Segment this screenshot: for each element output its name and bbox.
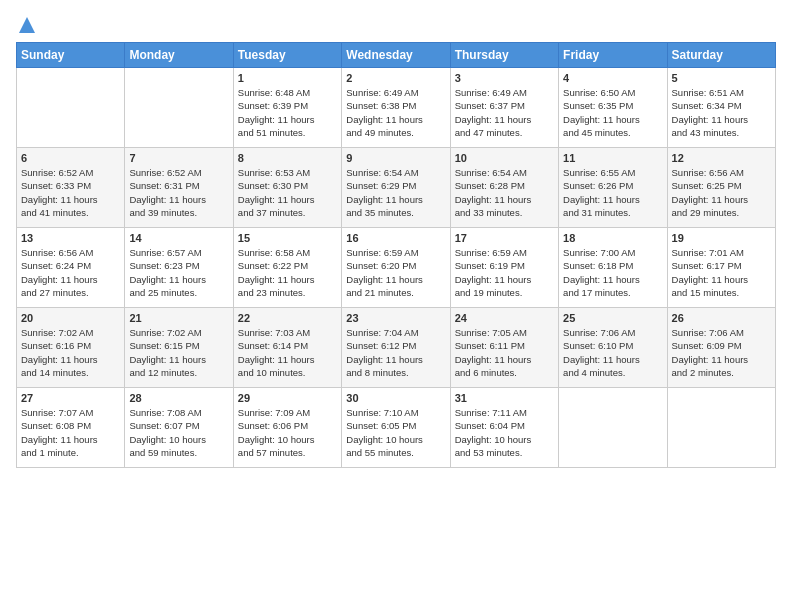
day-number: 7 — [129, 152, 228, 164]
calendar-row: 20Sunrise: 7:02 AM Sunset: 6:16 PM Dayli… — [17, 308, 776, 388]
calendar-cell — [17, 68, 125, 148]
day-number: 15 — [238, 232, 337, 244]
day-info: Sunrise: 7:06 AM Sunset: 6:09 PM Dayligh… — [672, 326, 771, 379]
day-header: Sunday — [17, 43, 125, 68]
calendar-cell: 10Sunrise: 6:54 AM Sunset: 6:28 PM Dayli… — [450, 148, 558, 228]
logo-icon — [18, 16, 36, 34]
logo — [16, 16, 36, 34]
day-info: Sunrise: 7:06 AM Sunset: 6:10 PM Dayligh… — [563, 326, 662, 379]
day-number: 25 — [563, 312, 662, 324]
day-number: 14 — [129, 232, 228, 244]
calendar-cell: 6Sunrise: 6:52 AM Sunset: 6:33 PM Daylig… — [17, 148, 125, 228]
day-number: 20 — [21, 312, 120, 324]
calendar-cell — [125, 68, 233, 148]
day-number: 8 — [238, 152, 337, 164]
calendar-cell: 13Sunrise: 6:56 AM Sunset: 6:24 PM Dayli… — [17, 228, 125, 308]
calendar-cell — [667, 388, 775, 468]
calendar-cell: 19Sunrise: 7:01 AM Sunset: 6:17 PM Dayli… — [667, 228, 775, 308]
calendar-cell: 16Sunrise: 6:59 AM Sunset: 6:20 PM Dayli… — [342, 228, 450, 308]
page-header — [16, 16, 776, 34]
calendar-row: 27Sunrise: 7:07 AM Sunset: 6:08 PM Dayli… — [17, 388, 776, 468]
day-number: 2 — [346, 72, 445, 84]
day-info: Sunrise: 6:59 AM Sunset: 6:19 PM Dayligh… — [455, 246, 554, 299]
day-number: 31 — [455, 392, 554, 404]
calendar-cell: 4Sunrise: 6:50 AM Sunset: 6:35 PM Daylig… — [559, 68, 667, 148]
day-info: Sunrise: 7:10 AM Sunset: 6:05 PM Dayligh… — [346, 406, 445, 459]
calendar-cell: 23Sunrise: 7:04 AM Sunset: 6:12 PM Dayli… — [342, 308, 450, 388]
day-info: Sunrise: 7:03 AM Sunset: 6:14 PM Dayligh… — [238, 326, 337, 379]
day-number: 17 — [455, 232, 554, 244]
calendar-cell: 18Sunrise: 7:00 AM Sunset: 6:18 PM Dayli… — [559, 228, 667, 308]
day-number: 22 — [238, 312, 337, 324]
calendar-row: 6Sunrise: 6:52 AM Sunset: 6:33 PM Daylig… — [17, 148, 776, 228]
calendar-row: 1Sunrise: 6:48 AM Sunset: 6:39 PM Daylig… — [17, 68, 776, 148]
calendar-cell: 3Sunrise: 6:49 AM Sunset: 6:37 PM Daylig… — [450, 68, 558, 148]
calendar-row: 13Sunrise: 6:56 AM Sunset: 6:24 PM Dayli… — [17, 228, 776, 308]
day-number: 28 — [129, 392, 228, 404]
calendar-cell: 14Sunrise: 6:57 AM Sunset: 6:23 PM Dayli… — [125, 228, 233, 308]
calendar-cell: 27Sunrise: 7:07 AM Sunset: 6:08 PM Dayli… — [17, 388, 125, 468]
day-info: Sunrise: 6:58 AM Sunset: 6:22 PM Dayligh… — [238, 246, 337, 299]
day-number: 21 — [129, 312, 228, 324]
day-header: Friday — [559, 43, 667, 68]
day-info: Sunrise: 7:01 AM Sunset: 6:17 PM Dayligh… — [672, 246, 771, 299]
day-info: Sunrise: 6:55 AM Sunset: 6:26 PM Dayligh… — [563, 166, 662, 219]
svg-marker-0 — [19, 17, 35, 33]
day-number: 11 — [563, 152, 662, 164]
day-info: Sunrise: 6:49 AM Sunset: 6:37 PM Dayligh… — [455, 86, 554, 139]
day-info: Sunrise: 6:59 AM Sunset: 6:20 PM Dayligh… — [346, 246, 445, 299]
day-number: 1 — [238, 72, 337, 84]
day-number: 23 — [346, 312, 445, 324]
calendar-cell: 1Sunrise: 6:48 AM Sunset: 6:39 PM Daylig… — [233, 68, 341, 148]
day-number: 30 — [346, 392, 445, 404]
day-header: Saturday — [667, 43, 775, 68]
calendar-cell: 5Sunrise: 6:51 AM Sunset: 6:34 PM Daylig… — [667, 68, 775, 148]
day-info: Sunrise: 6:53 AM Sunset: 6:30 PM Dayligh… — [238, 166, 337, 219]
day-info: Sunrise: 7:09 AM Sunset: 6:06 PM Dayligh… — [238, 406, 337, 459]
day-info: Sunrise: 6:56 AM Sunset: 6:25 PM Dayligh… — [672, 166, 771, 219]
day-info: Sunrise: 6:54 AM Sunset: 6:28 PM Dayligh… — [455, 166, 554, 219]
calendar-table: SundayMondayTuesdayWednesdayThursdayFrid… — [16, 42, 776, 468]
day-number: 26 — [672, 312, 771, 324]
calendar-cell: 8Sunrise: 6:53 AM Sunset: 6:30 PM Daylig… — [233, 148, 341, 228]
day-number: 4 — [563, 72, 662, 84]
day-info: Sunrise: 7:02 AM Sunset: 6:15 PM Dayligh… — [129, 326, 228, 379]
day-number: 19 — [672, 232, 771, 244]
calendar-cell: 20Sunrise: 7:02 AM Sunset: 6:16 PM Dayli… — [17, 308, 125, 388]
day-number: 12 — [672, 152, 771, 164]
calendar-cell: 28Sunrise: 7:08 AM Sunset: 6:07 PM Dayli… — [125, 388, 233, 468]
day-number: 10 — [455, 152, 554, 164]
calendar-cell: 24Sunrise: 7:05 AM Sunset: 6:11 PM Dayli… — [450, 308, 558, 388]
day-info: Sunrise: 6:49 AM Sunset: 6:38 PM Dayligh… — [346, 86, 445, 139]
calendar-cell: 2Sunrise: 6:49 AM Sunset: 6:38 PM Daylig… — [342, 68, 450, 148]
day-number: 13 — [21, 232, 120, 244]
day-info: Sunrise: 6:51 AM Sunset: 6:34 PM Dayligh… — [672, 86, 771, 139]
day-header: Tuesday — [233, 43, 341, 68]
day-info: Sunrise: 7:07 AM Sunset: 6:08 PM Dayligh… — [21, 406, 120, 459]
day-info: Sunrise: 7:05 AM Sunset: 6:11 PM Dayligh… — [455, 326, 554, 379]
calendar-cell: 22Sunrise: 7:03 AM Sunset: 6:14 PM Dayli… — [233, 308, 341, 388]
day-number: 3 — [455, 72, 554, 84]
day-header: Monday — [125, 43, 233, 68]
day-header: Wednesday — [342, 43, 450, 68]
day-number: 18 — [563, 232, 662, 244]
day-info: Sunrise: 7:02 AM Sunset: 6:16 PM Dayligh… — [21, 326, 120, 379]
day-number: 5 — [672, 72, 771, 84]
calendar-cell: 15Sunrise: 6:58 AM Sunset: 6:22 PM Dayli… — [233, 228, 341, 308]
day-info: Sunrise: 6:57 AM Sunset: 6:23 PM Dayligh… — [129, 246, 228, 299]
day-info: Sunrise: 6:54 AM Sunset: 6:29 PM Dayligh… — [346, 166, 445, 219]
calendar-cell: 29Sunrise: 7:09 AM Sunset: 6:06 PM Dayli… — [233, 388, 341, 468]
day-number: 16 — [346, 232, 445, 244]
calendar-cell: 30Sunrise: 7:10 AM Sunset: 6:05 PM Dayli… — [342, 388, 450, 468]
day-info: Sunrise: 6:56 AM Sunset: 6:24 PM Dayligh… — [21, 246, 120, 299]
day-info: Sunrise: 6:52 AM Sunset: 6:33 PM Dayligh… — [21, 166, 120, 219]
day-header: Thursday — [450, 43, 558, 68]
day-number: 27 — [21, 392, 120, 404]
header-row: SundayMondayTuesdayWednesdayThursdayFrid… — [17, 43, 776, 68]
calendar-cell: 17Sunrise: 6:59 AM Sunset: 6:19 PM Dayli… — [450, 228, 558, 308]
calendar-cell: 12Sunrise: 6:56 AM Sunset: 6:25 PM Dayli… — [667, 148, 775, 228]
day-info: Sunrise: 7:08 AM Sunset: 6:07 PM Dayligh… — [129, 406, 228, 459]
day-info: Sunrise: 7:11 AM Sunset: 6:04 PM Dayligh… — [455, 406, 554, 459]
day-number: 29 — [238, 392, 337, 404]
calendar-cell: 26Sunrise: 7:06 AM Sunset: 6:09 PM Dayli… — [667, 308, 775, 388]
